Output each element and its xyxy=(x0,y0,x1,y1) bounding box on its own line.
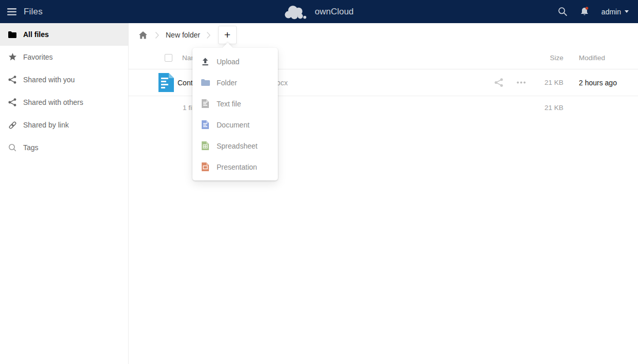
search-icon xyxy=(558,7,568,16)
owncloud-logo: ownCloud xyxy=(285,4,354,20)
more-actions-button[interactable] xyxy=(510,81,533,84)
menu-item-label: Document xyxy=(217,121,250,129)
link-icon xyxy=(8,121,17,130)
file-name-visible-text: Cont xyxy=(178,79,193,87)
share-file-button[interactable] xyxy=(487,78,510,87)
breadcrumb: New folder + xyxy=(129,23,638,47)
menu-item-document[interactable]: Document xyxy=(192,114,278,135)
app-navigation: All files Favorites Shared with you Shar… xyxy=(0,23,129,364)
home-crumb-button[interactable] xyxy=(137,31,149,39)
app-menu-toggle[interactable] xyxy=(0,0,24,23)
sidebar-item-label: Shared with you xyxy=(23,76,75,84)
file-modified: 2 hours ago xyxy=(579,79,615,87)
file-size: 21 KB xyxy=(533,79,563,86)
bell-icon xyxy=(580,7,589,16)
share-icon xyxy=(494,78,503,87)
tags-icon xyxy=(8,143,17,152)
user-menu[interactable]: admin xyxy=(601,8,629,16)
select-all-checkbox[interactable] xyxy=(165,54,172,62)
star-icon xyxy=(8,53,17,61)
menu-item-folder[interactable]: Folder xyxy=(192,72,278,93)
files-content: New folder + Name Size Modified xyxy=(129,23,638,364)
document-icon xyxy=(201,120,210,129)
menu-item-presentation[interactable]: Presentation xyxy=(192,156,278,177)
menu-item-spreadsheet[interactable]: Spreadsheet xyxy=(192,135,278,156)
sidebar-item-label: Favorites xyxy=(23,53,53,61)
new-file-button[interactable]: + xyxy=(218,26,237,44)
share-icon xyxy=(8,98,17,106)
folder-icon xyxy=(201,79,210,86)
menu-item-label: Upload xyxy=(217,58,239,66)
summary-total-size: 21 KB xyxy=(533,104,563,112)
sidebar-item-shared-with-others[interactable]: Shared with others xyxy=(0,91,128,114)
ellipsis-icon xyxy=(517,81,526,84)
user-name: admin xyxy=(601,8,621,16)
menu-item-text-file[interactable]: Text file xyxy=(192,93,278,114)
sidebar-item-label: Shared with others xyxy=(23,98,83,106)
new-file-menu: Upload Folder Text f xyxy=(192,48,278,180)
sidebar-item-favorites[interactable]: Favorites xyxy=(0,46,128,68)
word-document-icon xyxy=(157,73,174,92)
breadcrumb-separator-icon xyxy=(206,31,211,39)
upload-icon xyxy=(201,58,210,66)
notifications-button[interactable] xyxy=(580,7,589,16)
sidebar-item-tags[interactable]: Tags xyxy=(0,136,128,159)
chevron-down-icon xyxy=(625,10,629,13)
menu-item-label: Spreadsheet xyxy=(217,142,257,150)
sidebar-item-all-files[interactable]: All files xyxy=(0,23,128,46)
menu-item-label: Text file xyxy=(217,100,241,108)
menu-item-label: Presentation xyxy=(217,163,257,171)
column-header-size[interactable]: Size xyxy=(533,54,563,62)
presentation-icon xyxy=(201,162,210,171)
search-button[interactable] xyxy=(558,7,568,16)
breadcrumb-separator-icon xyxy=(155,31,160,39)
menu-item-label: Folder xyxy=(217,79,237,87)
text-file-icon xyxy=(201,99,210,108)
sidebar-item-label: Shared by link xyxy=(23,121,69,129)
sidebar-item-label: Tags xyxy=(23,143,39,152)
current-app-label: Files xyxy=(24,7,43,17)
sidebar-item-shared-by-link[interactable]: Shared by link xyxy=(0,114,128,136)
top-bar: Files ownCloud xyxy=(0,0,638,23)
breadcrumb-folder[interactable]: New folder xyxy=(166,31,200,39)
hamburger-icon xyxy=(7,8,16,15)
spreadsheet-icon xyxy=(201,141,210,150)
folder-icon xyxy=(8,31,17,38)
sidebar-item-label: All files xyxy=(23,30,49,39)
column-header-modified[interactable]: Modified xyxy=(579,54,615,62)
brand-name: ownCloud xyxy=(315,7,354,17)
share-icon xyxy=(8,76,17,84)
home-icon xyxy=(139,31,147,39)
notification-dot xyxy=(586,7,588,9)
sidebar-item-shared-with-you[interactable]: Shared with you xyxy=(0,68,128,91)
cloud-logo-icon xyxy=(285,4,309,20)
menu-item-upload[interactable]: Upload xyxy=(192,51,278,72)
